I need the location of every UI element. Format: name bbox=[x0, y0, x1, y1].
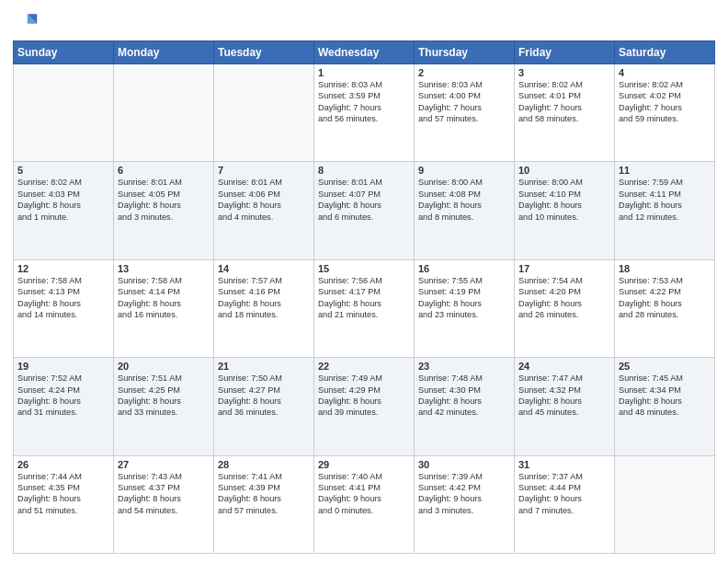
day-number: 22 bbox=[318, 361, 410, 372]
calendar-cell: 10Sunrise: 8:00 AM Sunset: 4:10 PM Dayli… bbox=[515, 162, 615, 259]
day-info: Sunrise: 7:58 AM Sunset: 4:13 PM Dayligh… bbox=[17, 275, 109, 321]
calendar-cell: 12Sunrise: 7:58 AM Sunset: 4:13 PM Dayli… bbox=[14, 259, 114, 357]
day-info: Sunrise: 7:44 AM Sunset: 4:35 PM Dayligh… bbox=[17, 471, 109, 517]
day-info: Sunrise: 7:47 AM Sunset: 4:32 PM Dayligh… bbox=[518, 373, 610, 419]
day-info: Sunrise: 7:50 AM Sunset: 4:27 PM Dayligh… bbox=[218, 373, 310, 419]
calendar-cell: 8Sunrise: 8:01 AM Sunset: 4:07 PM Daylig… bbox=[314, 162, 415, 259]
day-info: Sunrise: 8:00 AM Sunset: 4:08 PM Dayligh… bbox=[418, 177, 510, 223]
calendar-cell: 19Sunrise: 7:52 AM Sunset: 4:24 PM Dayli… bbox=[14, 358, 114, 455]
calendar-cell: 23Sunrise: 7:48 AM Sunset: 4:30 PM Dayli… bbox=[415, 358, 515, 455]
calendar-cell: 3Sunrise: 8:02 AM Sunset: 4:01 PM Daylig… bbox=[515, 64, 615, 162]
day-info: Sunrise: 7:37 AM Sunset: 4:44 PM Dayligh… bbox=[518, 471, 610, 517]
day-info: Sunrise: 7:41 AM Sunset: 4:39 PM Dayligh… bbox=[218, 471, 310, 517]
calendar-cell: 24Sunrise: 7:47 AM Sunset: 4:32 PM Dayli… bbox=[515, 358, 615, 455]
calendar-cell bbox=[214, 64, 314, 162]
calendar-cell bbox=[14, 64, 114, 162]
day-info: Sunrise: 7:57 AM Sunset: 4:16 PM Dayligh… bbox=[218, 275, 310, 321]
calendar-week-row: 5Sunrise: 8:02 AM Sunset: 4:03 PM Daylig… bbox=[14, 162, 715, 259]
weekday-header-cell: Friday bbox=[515, 41, 615, 64]
day-info: Sunrise: 8:01 AM Sunset: 4:06 PM Dayligh… bbox=[218, 177, 310, 223]
day-number: 29 bbox=[318, 459, 410, 470]
day-number: 26 bbox=[17, 459, 109, 470]
day-number: 27 bbox=[118, 459, 210, 470]
day-number: 9 bbox=[418, 165, 510, 176]
day-number: 21 bbox=[218, 361, 310, 372]
calendar-cell: 27Sunrise: 7:43 AM Sunset: 4:37 PM Dayli… bbox=[114, 455, 214, 553]
page: SundayMondayTuesdayWednesdayThursdayFrid… bbox=[0, 0, 728, 563]
day-info: Sunrise: 8:03 AM Sunset: 3:59 PM Dayligh… bbox=[318, 79, 410, 125]
day-number: 20 bbox=[118, 361, 210, 372]
weekday-header-cell: Saturday bbox=[615, 41, 715, 64]
day-info: Sunrise: 8:02 AM Sunset: 4:01 PM Dayligh… bbox=[518, 79, 610, 125]
calendar-cell: 14Sunrise: 7:57 AM Sunset: 4:16 PM Dayli… bbox=[214, 259, 314, 357]
weekday-header-cell: Tuesday bbox=[214, 41, 314, 64]
day-number: 28 bbox=[218, 459, 310, 470]
header bbox=[13, 9, 715, 35]
calendar-cell: 20Sunrise: 7:51 AM Sunset: 4:25 PM Dayli… bbox=[114, 358, 214, 455]
day-number: 31 bbox=[518, 459, 610, 470]
calendar-cell: 30Sunrise: 7:39 AM Sunset: 4:42 PM Dayli… bbox=[415, 455, 515, 553]
day-info: Sunrise: 7:58 AM Sunset: 4:14 PM Dayligh… bbox=[118, 275, 210, 321]
weekday-header-cell: Sunday bbox=[14, 41, 114, 64]
calendar-cell: 13Sunrise: 7:58 AM Sunset: 4:14 PM Dayli… bbox=[114, 259, 214, 357]
day-number: 6 bbox=[118, 165, 210, 176]
calendar-cell bbox=[114, 64, 214, 162]
day-number: 25 bbox=[619, 361, 711, 372]
calendar-cell: 5Sunrise: 8:02 AM Sunset: 4:03 PM Daylig… bbox=[14, 162, 114, 259]
calendar-cell: 29Sunrise: 7:40 AM Sunset: 4:41 PM Dayli… bbox=[314, 455, 415, 553]
day-number: 17 bbox=[518, 263, 610, 274]
calendar-cell: 6Sunrise: 8:01 AM Sunset: 4:05 PM Daylig… bbox=[114, 162, 214, 259]
calendar-cell: 21Sunrise: 7:50 AM Sunset: 4:27 PM Dayli… bbox=[214, 358, 314, 455]
day-info: Sunrise: 8:00 AM Sunset: 4:10 PM Dayligh… bbox=[518, 177, 610, 223]
day-info: Sunrise: 7:39 AM Sunset: 4:42 PM Dayligh… bbox=[418, 471, 510, 517]
day-info: Sunrise: 7:59 AM Sunset: 4:11 PM Dayligh… bbox=[619, 177, 711, 223]
calendar-week-row: 26Sunrise: 7:44 AM Sunset: 4:35 PM Dayli… bbox=[14, 455, 715, 553]
day-info: Sunrise: 7:48 AM Sunset: 4:30 PM Dayligh… bbox=[418, 373, 510, 419]
weekday-header-row: SundayMondayTuesdayWednesdayThursdayFrid… bbox=[14, 41, 715, 64]
calendar-cell: 1Sunrise: 8:03 AM Sunset: 3:59 PM Daylig… bbox=[314, 64, 415, 162]
day-number: 23 bbox=[418, 361, 510, 372]
calendar-table: SundayMondayTuesdayWednesdayThursdayFrid… bbox=[13, 40, 715, 554]
day-info: Sunrise: 7:51 AM Sunset: 4:25 PM Dayligh… bbox=[118, 373, 210, 419]
calendar-cell: 22Sunrise: 7:49 AM Sunset: 4:29 PM Dayli… bbox=[314, 358, 415, 455]
calendar-cell: 2Sunrise: 8:03 AM Sunset: 4:00 PM Daylig… bbox=[415, 64, 515, 162]
day-number: 15 bbox=[318, 263, 410, 274]
day-number: 2 bbox=[418, 67, 510, 78]
calendar-body: 1Sunrise: 8:03 AM Sunset: 3:59 PM Daylig… bbox=[14, 64, 715, 554]
day-number: 1 bbox=[318, 67, 410, 78]
day-info: Sunrise: 7:53 AM Sunset: 4:22 PM Dayligh… bbox=[619, 275, 711, 321]
day-number: 11 bbox=[619, 165, 711, 176]
day-number: 13 bbox=[118, 263, 210, 274]
day-number: 14 bbox=[218, 263, 310, 274]
calendar-cell: 15Sunrise: 7:56 AM Sunset: 4:17 PM Dayli… bbox=[314, 259, 415, 357]
calendar-week-row: 12Sunrise: 7:58 AM Sunset: 4:13 PM Dayli… bbox=[14, 259, 715, 357]
day-number: 30 bbox=[418, 459, 510, 470]
day-info: Sunrise: 7:56 AM Sunset: 4:17 PM Dayligh… bbox=[318, 275, 410, 321]
day-info: Sunrise: 7:43 AM Sunset: 4:37 PM Dayligh… bbox=[118, 471, 210, 517]
calendar-week-row: 19Sunrise: 7:52 AM Sunset: 4:24 PM Dayli… bbox=[14, 358, 715, 455]
day-number: 5 bbox=[17, 165, 109, 176]
day-number: 10 bbox=[518, 165, 610, 176]
day-info: Sunrise: 7:55 AM Sunset: 4:19 PM Dayligh… bbox=[418, 275, 510, 321]
calendar-week-row: 1Sunrise: 8:03 AM Sunset: 3:59 PM Daylig… bbox=[14, 64, 715, 162]
day-number: 7 bbox=[218, 165, 310, 176]
day-number: 3 bbox=[518, 67, 610, 78]
weekday-header-cell: Thursday bbox=[415, 41, 515, 64]
day-number: 19 bbox=[17, 361, 109, 372]
day-number: 18 bbox=[619, 263, 711, 274]
day-number: 24 bbox=[518, 361, 610, 372]
calendar-cell: 28Sunrise: 7:41 AM Sunset: 4:39 PM Dayli… bbox=[214, 455, 314, 553]
day-number: 4 bbox=[619, 67, 711, 78]
logo bbox=[13, 9, 42, 35]
calendar-cell: 16Sunrise: 7:55 AM Sunset: 4:19 PM Dayli… bbox=[415, 259, 515, 357]
day-info: Sunrise: 7:45 AM Sunset: 4:34 PM Dayligh… bbox=[619, 373, 711, 419]
day-info: Sunrise: 7:54 AM Sunset: 4:20 PM Dayligh… bbox=[518, 275, 610, 321]
weekday-header-cell: Monday bbox=[114, 41, 214, 64]
calendar-cell bbox=[615, 455, 715, 553]
calendar-cell: 31Sunrise: 7:37 AM Sunset: 4:44 PM Dayli… bbox=[515, 455, 615, 553]
calendar-cell: 25Sunrise: 7:45 AM Sunset: 4:34 PM Dayli… bbox=[615, 358, 715, 455]
day-info: Sunrise: 7:49 AM Sunset: 4:29 PM Dayligh… bbox=[318, 373, 410, 419]
day-info: Sunrise: 7:52 AM Sunset: 4:24 PM Dayligh… bbox=[17, 373, 109, 419]
weekday-header-cell: Wednesday bbox=[314, 41, 415, 64]
day-info: Sunrise: 8:02 AM Sunset: 4:02 PM Dayligh… bbox=[619, 79, 711, 125]
